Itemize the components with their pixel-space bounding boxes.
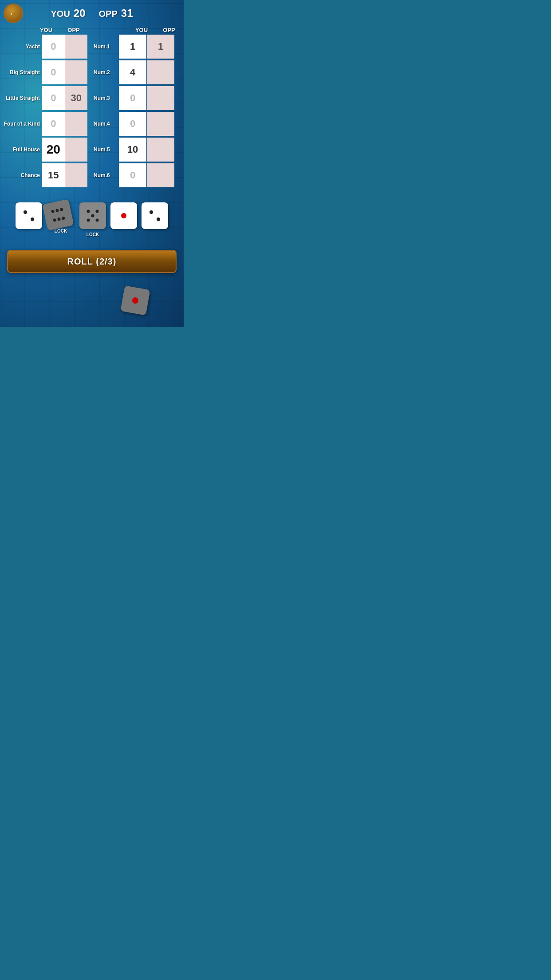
right-opp-col-head: OPP xyxy=(155,27,183,33)
you-label: YOU xyxy=(51,9,70,19)
little-straight-you-cell[interactable]: 0 xyxy=(42,86,65,110)
opp-score-group: OPP 31 xyxy=(99,7,133,20)
chance-you-value: 15 xyxy=(48,170,59,181)
big-straight-opp-cell[interactable] xyxy=(65,60,88,84)
num5-you-cell[interactable]: 10 xyxy=(119,138,146,162)
num4-opp-cell[interactable] xyxy=(147,112,174,136)
little-straight-label: Little Straight xyxy=(1,95,42,101)
svg-point-15 xyxy=(157,217,160,221)
chance-opp-cell[interactable] xyxy=(65,163,88,187)
header-scores: YOU 20 OPP 31 xyxy=(51,7,133,20)
table-row: Num.5 10 xyxy=(93,137,183,162)
roll-button-container: ROLL (2/3) xyxy=(0,245,184,278)
num1-you-value: 1 xyxy=(130,41,135,52)
yacht-you-cell[interactable]: 0 xyxy=(42,35,65,59)
die-2[interactable] xyxy=(42,199,74,230)
svg-point-16 xyxy=(132,297,139,304)
num5-label: Num.5 xyxy=(93,146,118,153)
right-score-panel: YOU OPP Num.1 1 1 Num.2 4 xyxy=(93,27,183,189)
dice-area: LOCK LOCK xyxy=(0,196,184,236)
num1-opp-value: 1 xyxy=(158,41,163,52)
four-kind-opp-cell[interactable] xyxy=(65,112,88,136)
num6-opp-cell[interactable] xyxy=(147,163,174,187)
chance-you-cell[interactable]: 15 xyxy=(42,163,65,187)
svg-point-3 xyxy=(55,209,59,212)
game-container: ← YOU 20 OPP 31 YOU OPP Yacht xyxy=(0,0,184,327)
num4-you-cell[interactable]: 0 xyxy=(119,112,146,136)
num2-you-value: 4 xyxy=(130,67,135,78)
die-4[interactable] xyxy=(110,202,137,229)
table-row: Num.2 4 xyxy=(93,60,183,85)
big-straight-you-cell[interactable]: 0 xyxy=(42,60,65,84)
die-4-face xyxy=(114,206,134,225)
num1-opp-cell[interactable]: 1 xyxy=(147,35,174,59)
num3-opp-cell[interactable] xyxy=(147,86,174,110)
opp-score: 31 xyxy=(121,7,133,20)
table-row: Full House 20 xyxy=(1,137,87,162)
big-straight-you-value: 0 xyxy=(51,67,56,78)
table-row: Num.6 0 xyxy=(93,163,183,188)
die-2-wrapper: LOCK xyxy=(47,198,75,233)
you-score-group: YOU 20 xyxy=(51,7,86,20)
table-row: Yacht 0 xyxy=(1,34,87,59)
num3-label: Num.3 xyxy=(93,95,118,101)
svg-point-4 xyxy=(60,208,63,211)
table-row: Num.3 0 xyxy=(93,86,183,111)
svg-point-5 xyxy=(53,218,56,222)
num3-you-cell[interactable]: 0 xyxy=(119,86,146,110)
yacht-label: Yacht xyxy=(1,43,42,50)
back-button[interactable]: ← xyxy=(4,4,23,23)
full-house-you-cell[interactable]: 20 xyxy=(42,138,65,162)
die-5[interactable] xyxy=(142,202,168,229)
right-panel-header: YOU OPP xyxy=(93,27,183,33)
yacht-you-value: 0 xyxy=(51,41,56,52)
four-kind-you-cell[interactable]: 0 xyxy=(42,112,65,136)
num2-you-cell[interactable]: 4 xyxy=(119,60,146,84)
roll-button[interactable]: ROLL (2/3) xyxy=(7,250,177,273)
svg-point-10 xyxy=(91,214,94,217)
num5-you-value: 10 xyxy=(127,144,138,155)
chance-label: Chance xyxy=(1,172,42,178)
bottom-float-die xyxy=(120,285,150,315)
table-row: Num.4 0 xyxy=(93,111,183,136)
num4-label: Num.4 xyxy=(93,121,118,127)
left-panel-header: YOU OPP xyxy=(1,27,87,33)
big-straight-label: Big Straight xyxy=(1,69,42,75)
svg-point-7 xyxy=(62,217,65,220)
num6-you-cell[interactable]: 0 xyxy=(119,163,146,187)
num2-label: Num.2 xyxy=(93,69,118,75)
num1-label: Num.1 xyxy=(93,43,118,50)
num6-label: Num.6 xyxy=(93,172,118,178)
svg-point-11 xyxy=(87,219,90,222)
yacht-opp-cell[interactable] xyxy=(65,35,88,59)
table-row: Little Straight 0 30 xyxy=(1,86,87,111)
die-3-wrapper: LOCK xyxy=(79,202,106,229)
num6-you-value: 0 xyxy=(130,170,135,181)
table-row: Four of a Kind 0 xyxy=(1,111,87,136)
little-straight-opp-value: 30 xyxy=(71,92,82,104)
right-you-col-head: YOU xyxy=(128,27,155,33)
die-5-face xyxy=(145,206,165,225)
back-arrow-icon: ← xyxy=(9,8,18,19)
num2-opp-cell[interactable] xyxy=(147,60,174,84)
die-3[interactable] xyxy=(79,202,106,229)
full-house-opp-cell[interactable] xyxy=(65,138,88,162)
table-row: Num.1 1 1 xyxy=(93,34,183,59)
header: ← YOU 20 OPP 31 xyxy=(0,0,184,27)
num5-opp-cell[interactable] xyxy=(147,138,174,162)
you-score: 20 xyxy=(74,7,86,20)
svg-point-13 xyxy=(121,213,126,218)
left-opp-col-head: OPP xyxy=(60,27,87,33)
svg-point-14 xyxy=(150,210,153,214)
svg-point-9 xyxy=(96,210,99,213)
four-kind-you-value: 0 xyxy=(51,118,56,130)
die-1[interactable] xyxy=(16,202,42,229)
svg-point-2 xyxy=(51,209,55,213)
bottom-float-die-face xyxy=(125,290,146,312)
num1-you-cell[interactable]: 1 xyxy=(119,35,146,59)
die-3-face xyxy=(83,206,102,225)
full-house-you-value: 20 xyxy=(47,142,60,157)
svg-point-1 xyxy=(31,217,34,221)
svg-point-0 xyxy=(24,210,27,214)
little-straight-opp-cell[interactable]: 30 xyxy=(65,86,88,110)
